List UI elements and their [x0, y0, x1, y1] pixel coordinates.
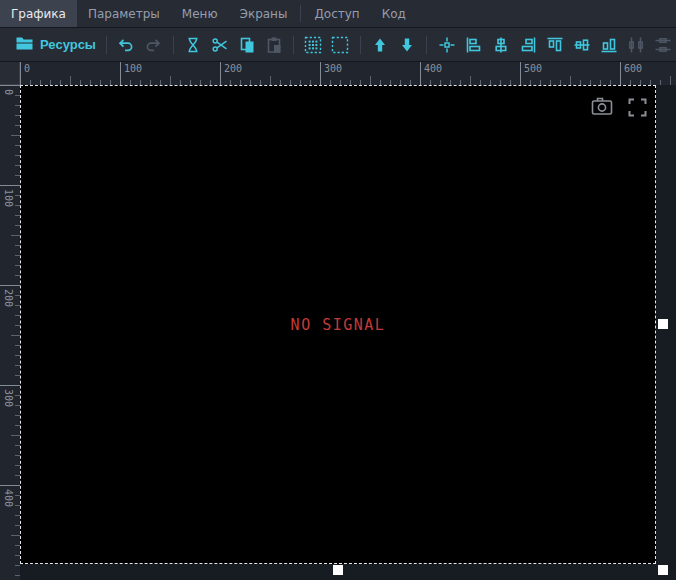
distribute-horizontal-button[interactable] [622, 32, 649, 58]
align-vcenter-icon [573, 36, 591, 54]
menu-tab-parametry[interactable]: Параметры [77, 0, 171, 27]
fullscreen-icon [628, 105, 647, 120]
vertical-ruler: 0 100 200 300 400 [0, 85, 20, 580]
hruler-label: 500 [520, 62, 542, 85]
toolbar: Ресурсы [0, 28, 676, 62]
scissors-icon [211, 36, 229, 54]
menu-tab-ekrany[interactable]: Экраны [229, 0, 299, 27]
hruler-label: 300 [320, 62, 342, 85]
resources-label: Ресурсы [40, 37, 96, 52]
hruler-label: 400 [420, 62, 442, 85]
resize-handle-bottom-right[interactable] [658, 565, 668, 575]
screenshot-button[interactable] [591, 96, 613, 119]
align-bottom-icon [600, 36, 618, 54]
snap-center-button[interactable] [433, 32, 460, 58]
dashed-square-icon [331, 36, 349, 54]
ruler-corner [0, 62, 20, 85]
hourglass-icon [184, 36, 202, 54]
redo-arrow-icon [144, 36, 162, 54]
dot-grid-icon [304, 36, 322, 54]
menu-tab-menyu[interactable]: Меню [171, 0, 229, 27]
align-right-icon [519, 36, 537, 54]
align-bottom-button[interactable] [595, 32, 622, 58]
grid-button[interactable] [300, 32, 327, 58]
align-top-button[interactable] [541, 32, 568, 58]
redo-button[interactable] [140, 32, 167, 58]
copy-button[interactable] [233, 32, 260, 58]
distribute-vertical-button[interactable] [649, 32, 676, 58]
align-center-vertical-button[interactable] [568, 32, 595, 58]
hruler-label: 0 [20, 62, 30, 85]
align-hcenter-icon [492, 36, 510, 54]
fullscreen-button[interactable] [628, 98, 647, 120]
toolbar-separator [360, 36, 361, 54]
select-area-button[interactable] [327, 32, 354, 58]
resize-handle-right-middle[interactable] [658, 319, 668, 329]
vruler-label: 0 [0, 85, 20, 86]
arrow-up-icon [372, 37, 388, 53]
camera-icon [591, 104, 613, 119]
distribute-h-icon [627, 36, 645, 54]
align-left-icon [465, 36, 483, 54]
toolbar-separator [426, 36, 427, 54]
no-signal-text: NO SIGNAL [20, 316, 656, 334]
resources-button[interactable]: Ресурсы [12, 32, 100, 58]
arrow-down-icon [399, 37, 415, 53]
align-left-button[interactable] [460, 32, 487, 58]
menu-tab-dostup[interactable]: Доступ [303, 0, 370, 27]
move-down-button[interactable] [393, 32, 420, 58]
vruler-label: 300 [0, 385, 20, 386]
resize-handle-bottom-middle[interactable] [333, 565, 343, 575]
copy-pages-icon [238, 36, 256, 54]
paste-button[interactable] [260, 32, 287, 58]
menubar: Графика Параметры Меню Экраны Доступ Код [0, 0, 676, 28]
menu-tab-grafika[interactable]: Графика [0, 0, 77, 27]
vruler-label: 400 [0, 485, 20, 486]
align-top-icon [546, 36, 564, 54]
toolbar-separator [173, 36, 174, 54]
align-right-button[interactable] [514, 32, 541, 58]
distribute-v-icon [654, 36, 672, 54]
cut-button[interactable] [206, 32, 233, 58]
menubar-separator [300, 5, 301, 22]
horizontal-ruler: 0 100 200 300 400 500 600 [20, 62, 676, 85]
vruler-label: 200 [0, 285, 20, 286]
undo-button[interactable] [113, 32, 140, 58]
toolbar-separator [293, 36, 294, 54]
hruler-label: 600 [620, 62, 642, 85]
screen-editor: Графика Параметры Меню Экраны Доступ Код… [0, 0, 676, 580]
toolbar-separator [106, 36, 107, 54]
undo-arrow-icon [117, 36, 135, 54]
folder-icon [16, 36, 33, 54]
menu-tab-kod[interactable]: Код [371, 0, 417, 27]
clear-button[interactable] [179, 32, 206, 58]
clipboard-icon [265, 36, 283, 54]
center-point-icon [438, 36, 456, 54]
align-center-horizontal-button[interactable] [487, 32, 514, 58]
move-up-button[interactable] [366, 32, 393, 58]
vruler-label: 100 [0, 185, 20, 186]
hruler-label: 200 [220, 62, 242, 85]
hruler-label: 100 [120, 62, 142, 85]
